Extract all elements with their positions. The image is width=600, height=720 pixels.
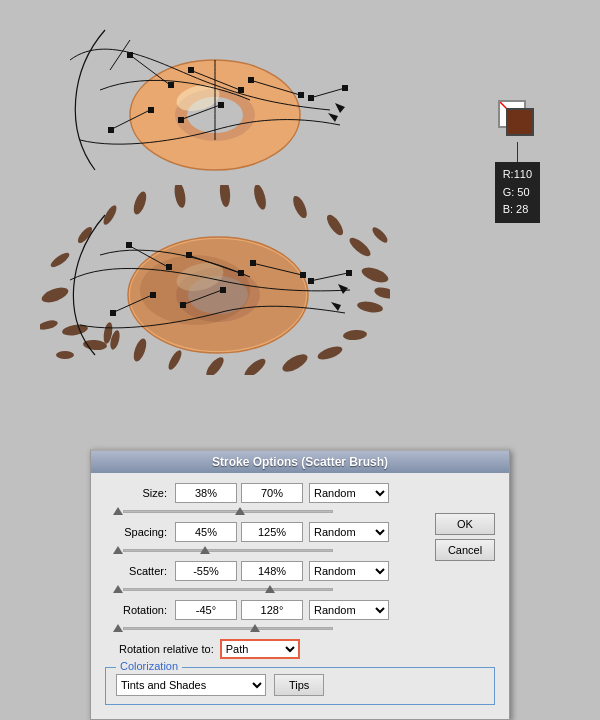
size-row: Size: Random None Pressure (105, 483, 495, 503)
svg-point-28 (49, 250, 72, 269)
svg-point-49 (56, 351, 74, 359)
spacing-input-max[interactable] (241, 522, 303, 542)
svg-rect-16 (298, 92, 304, 98)
scatter-slider-thumb-right[interactable] (265, 585, 275, 593)
svg-point-46 (131, 337, 149, 363)
svg-marker-24 (328, 113, 338, 122)
svg-rect-74 (220, 287, 226, 293)
stroke-options-dialog: Stroke Options (Scatter Brush) OK Cancel… (90, 449, 510, 720)
svg-rect-15 (248, 77, 254, 83)
rotation-slider-container (105, 622, 495, 634)
svg-point-45 (166, 348, 184, 371)
swatch-connector-line (517, 142, 518, 162)
svg-rect-66 (166, 264, 172, 270)
rotation-slider-thumb-right[interactable] (250, 624, 260, 632)
svg-point-31 (131, 190, 149, 216)
colorization-group: Colorization Tints and Shades None Tints… (105, 667, 495, 705)
colorization-inner: Tints and Shades None Tints Hue Shift Ti… (116, 674, 484, 696)
donut-bottom (40, 185, 390, 377)
tips-button[interactable]: Tips (274, 674, 324, 696)
scatter-slider-container (105, 583, 495, 595)
svg-marker-78 (331, 302, 341, 311)
svg-point-43 (242, 356, 268, 375)
spacing-input-min[interactable] (175, 522, 237, 542)
svg-rect-14 (238, 87, 244, 93)
svg-point-48 (40, 319, 59, 332)
svg-point-35 (290, 194, 309, 220)
size-slider-thumb-right[interactable] (235, 507, 245, 515)
svg-marker-77 (338, 284, 348, 294)
svg-point-39 (356, 300, 383, 314)
svg-point-25 (40, 285, 70, 306)
scatter-method-select[interactable]: Random None (309, 561, 389, 581)
spacing-method-select[interactable]: Random None (309, 522, 389, 542)
svg-rect-22 (342, 85, 348, 91)
color-tooltip-box: R:110 G: 50 B: 28 (495, 162, 540, 223)
svg-rect-70 (300, 272, 306, 278)
svg-rect-21 (308, 95, 314, 101)
scatter-label: Scatter: (105, 565, 175, 577)
spacing-label: Spacing: (105, 526, 175, 538)
svg-point-41 (316, 344, 344, 362)
size-input-max[interactable] (241, 483, 303, 503)
svg-rect-75 (308, 278, 314, 284)
svg-point-33 (219, 185, 231, 207)
rotation-relative-row: Rotation relative to: Path Page (105, 639, 495, 659)
svg-rect-12 (168, 82, 174, 88)
size-slider-thumb-left[interactable] (113, 507, 123, 515)
scatter-slider-thumb-left[interactable] (113, 585, 123, 593)
scatter-input-min[interactable] (175, 561, 237, 581)
color-swatch (498, 100, 536, 138)
svg-rect-65 (126, 242, 132, 248)
svg-point-32 (173, 185, 187, 209)
svg-line-10 (310, 88, 345, 98)
rotation-method-select[interactable]: Random None (309, 600, 389, 620)
rotation-relative-label: Rotation relative to: (119, 643, 214, 655)
spacing-slider-thumb-right[interactable] (200, 546, 210, 554)
svg-point-38 (360, 265, 390, 286)
svg-rect-68 (238, 270, 244, 276)
svg-rect-73 (180, 302, 186, 308)
svg-point-36 (324, 212, 346, 237)
scatter-input-max[interactable] (241, 561, 303, 581)
dialog-title: Stroke Options (Scatter Brush) (91, 451, 509, 473)
swatch-foreground (506, 108, 534, 136)
rotation-label: Rotation: (105, 604, 175, 616)
colorization-legend: Colorization (116, 660, 182, 672)
rotation-slider-track[interactable] (123, 627, 333, 630)
svg-point-37 (347, 235, 373, 259)
rotation-input-min[interactable] (175, 600, 237, 620)
rotation-input-max[interactable] (241, 600, 303, 620)
svg-rect-19 (178, 117, 184, 123)
rotation-row: Rotation: Random None (105, 600, 495, 620)
color-indicator: R:110 G: 50 B: 28 (495, 100, 540, 223)
rotation-relative-select[interactable]: Path Page (220, 639, 300, 659)
svg-rect-17 (108, 127, 114, 133)
svg-point-42 (280, 351, 310, 375)
colorization-select[interactable]: Tints and Shades None Tints Hue Shift (116, 674, 266, 696)
size-input-min[interactable] (175, 483, 237, 503)
svg-point-51 (373, 285, 390, 300)
color-g-line: G: 50 (503, 184, 532, 202)
size-slider-container (105, 505, 495, 517)
svg-point-34 (252, 185, 268, 211)
svg-point-44 (203, 355, 226, 375)
svg-point-27 (83, 339, 108, 351)
svg-rect-20 (218, 102, 224, 108)
svg-point-58 (140, 255, 250, 325)
rotation-slider-thumb-left[interactable] (113, 624, 123, 632)
svg-rect-71 (110, 310, 116, 316)
scatter-slider-track[interactable] (123, 588, 333, 591)
scatter-row: Scatter: Random None (105, 561, 495, 581)
svg-rect-13 (188, 67, 194, 73)
size-method-select[interactable]: Random None Pressure (309, 483, 389, 503)
svg-rect-18 (148, 107, 154, 113)
spacing-slider-track[interactable] (123, 549, 333, 552)
size-label: Size: (105, 487, 175, 499)
svg-line-64 (310, 273, 348, 281)
size-slider-track[interactable] (123, 510, 333, 513)
illustration-area: R:110 G: 50 B: 28 (0, 0, 600, 400)
spacing-slider-thumb-left[interactable] (113, 546, 123, 554)
svg-point-29 (76, 225, 95, 245)
spacing-slider-container (105, 544, 495, 556)
